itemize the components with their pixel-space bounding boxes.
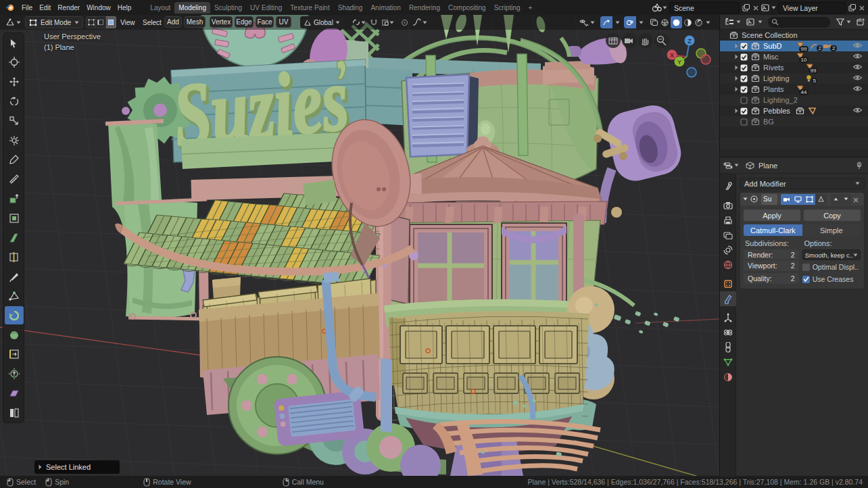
svg-text:Z: Z (688, 38, 692, 45)
svg-text:Y: Y (677, 59, 681, 66)
svg-text:X: X (670, 52, 674, 59)
